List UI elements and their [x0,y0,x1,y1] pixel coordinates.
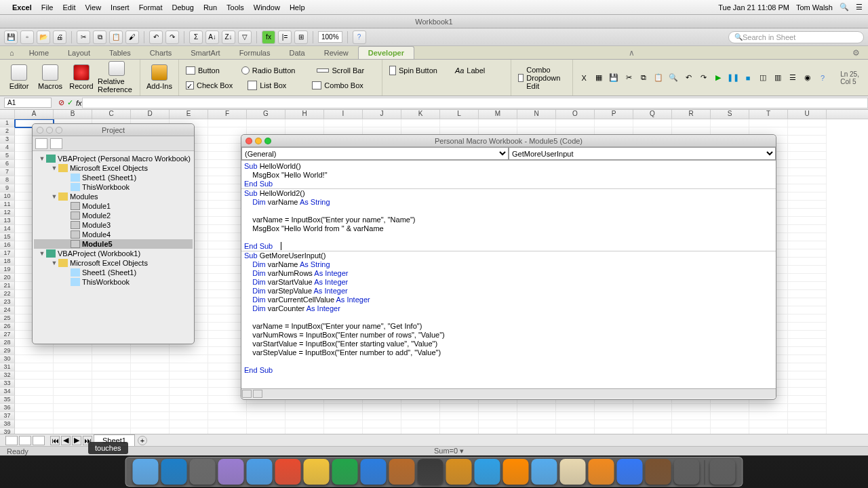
code-editor[interactable]: Sub HelloWorld() MsgBox "Hello World!"En… [241,161,776,388]
cell[interactable] [788,339,827,347]
radio-control[interactable]: Radio Button [239,66,298,75]
vbe-browser-icon[interactable]: ◉ [801,71,814,85]
col-header[interactable]: H [285,110,324,119]
cell[interactable] [170,380,208,388]
cell[interactable] [208,404,247,412]
cell[interactable] [440,412,479,420]
cell[interactable] [131,355,170,363]
row-header[interactable]: 4 [0,144,15,152]
cell[interactable] [633,119,672,127]
cell[interactable] [54,396,92,404]
cell[interactable] [131,380,170,388]
cell[interactable] [672,119,711,127]
cell[interactable] [170,412,208,420]
row-header[interactable]: 37 [0,412,15,420]
cell[interactable] [170,355,208,363]
cell[interactable] [788,209,827,217]
cell[interactable] [15,347,54,355]
vbe-properties-icon[interactable]: ☰ [786,71,800,85]
page-layout-view-icon[interactable] [19,436,31,445]
row-header[interactable]: 32 [0,371,15,380]
cell[interactable] [363,119,401,127]
tab-charts[interactable]: Charts [140,47,181,59]
cell[interactable] [440,420,479,428]
procedure-selector[interactable]: GetMoreUserInput [509,147,776,160]
cell[interactable] [208,127,247,136]
minimize-icon[interactable] [255,138,262,144]
tree-item[interactable]: Sheet1 (Sheet1) [34,268,193,277]
row-header[interactable]: 33 [0,380,15,388]
spinbutton-control[interactable]: Spin Button [387,65,440,76]
cell[interactable] [788,217,827,225]
tree-item[interactable]: ThisWorkbook [34,182,193,192]
col-header[interactable]: A [15,110,54,119]
cell[interactable] [479,412,517,420]
status-sum[interactable]: Sum=0 ▾ [434,447,464,455]
cell[interactable] [54,404,92,412]
row-header[interactable]: 38 [0,420,15,428]
menu-insert[interactable]: Insert [111,3,130,12]
vbe-excel-icon[interactable]: X [577,71,591,85]
cell[interactable] [711,404,749,412]
cell[interactable] [788,323,827,331]
dock-app[interactable] [389,459,415,485]
home-icon[interactable]: ⌂ [4,47,20,59]
full-module-view-icon[interactable] [253,390,262,398]
col-header[interactable]: G [247,110,285,119]
project-window-titlebar[interactable]: Project [33,124,194,136]
cell[interactable] [131,404,170,412]
cell[interactable] [788,380,827,388]
col-header[interactable]: O [556,110,595,119]
row-header[interactable]: 5 [0,152,15,160]
close-icon[interactable] [245,138,252,144]
save-icon[interactable]: 💾 [4,30,18,44]
vbe-find-icon[interactable]: 🔍 [667,71,680,85]
button-control[interactable]: Button [183,66,222,75]
row-header[interactable]: 25 [0,314,15,323]
record-button[interactable]: Record [66,61,96,94]
vbe-project-icon[interactable]: ▥ [771,71,785,85]
cell[interactable] [788,282,827,290]
cell[interactable] [440,119,479,127]
cell[interactable] [672,412,711,420]
row-header[interactable]: 28 [0,339,15,347]
tree-item[interactable]: Module1 [34,201,193,211]
cell[interactable] [363,420,401,428]
row-header[interactable]: 30 [0,355,15,363]
dock-app[interactable] [532,459,557,485]
tree-item[interactable]: Sheet1 (Sheet1) [34,173,193,182]
cell[interactable] [749,119,788,127]
cell[interactable] [788,266,827,274]
enter-icon[interactable]: ✓ [67,98,73,107]
cell[interactable] [633,412,672,420]
row-header[interactable]: 29 [0,347,15,355]
cell[interactable] [15,380,54,388]
cell[interactable] [788,298,827,306]
cell[interactable] [131,371,170,380]
cell[interactable] [285,404,324,412]
cell[interactable] [517,420,556,428]
print-icon[interactable]: 🖨 [53,30,66,44]
cell[interactable] [92,371,131,380]
row-header[interactable]: 3 [0,136,15,144]
tab-data[interactable]: Data [279,47,314,59]
cell[interactable] [54,388,92,396]
collapse-ribbon-icon[interactable]: ∧ [625,47,639,59]
cell[interactable] [788,201,827,209]
cell[interactable] [788,404,827,412]
row-header[interactable]: 15 [0,233,15,241]
project-tree[interactable]: ▼VBAProject (Personal Macro Workbook)▼Mi… [33,151,194,334]
cell[interactable] [788,225,827,233]
col-header[interactable]: C [92,110,131,119]
col-header[interactable]: F [208,110,247,119]
view-object-icon[interactable] [50,138,62,149]
cell[interactable] [788,160,827,168]
object-selector[interactable]: (General) [241,147,509,160]
cell[interactable] [92,363,131,371]
row-header[interactable]: 17 [0,249,15,258]
cell[interactable] [788,258,827,266]
cell[interactable] [788,127,827,136]
cell[interactable] [208,412,247,420]
dock-app[interactable] [133,459,159,485]
row-header[interactable]: 34 [0,388,15,396]
